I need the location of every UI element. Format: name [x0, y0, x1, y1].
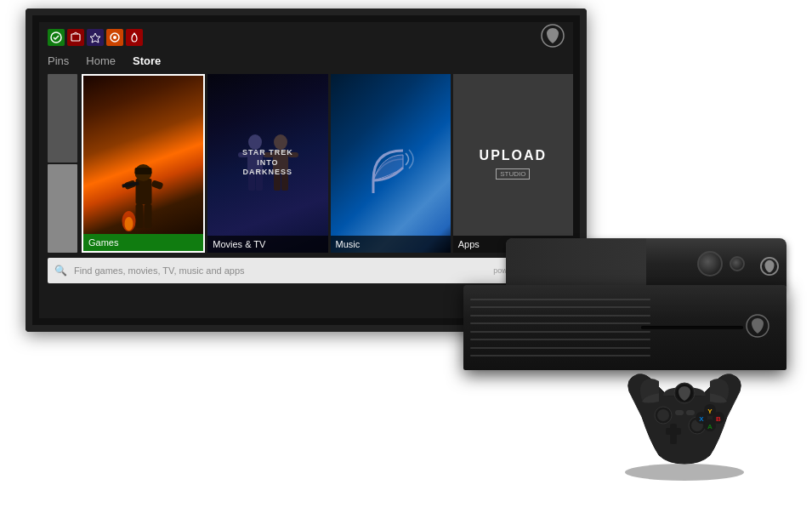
left-tile-top [48, 74, 77, 163]
kinect-sensor [506, 238, 786, 289]
controller: Y A X B [599, 349, 769, 502]
music-image [331, 74, 451, 253]
top-bar [39, 22, 573, 53]
disc-slot [641, 326, 743, 329]
games-image [83, 76, 203, 251]
xbox-logo-header [541, 24, 565, 51]
svg-rect-8 [134, 168, 151, 174]
pin-icon-purple[interactable] [87, 29, 104, 46]
svg-rect-37 [666, 428, 681, 435]
nav-bar: Pins Home Store [39, 53, 573, 74]
kinect-xbox-logo [760, 257, 774, 271]
console-xbox-logo [746, 314, 769, 341]
svg-rect-10 [150, 180, 163, 190]
svg-text:X: X [699, 415, 704, 423]
svg-text:B: B [716, 415, 721, 423]
pin-icon-orange[interactable] [106, 29, 123, 46]
svg-rect-12 [144, 204, 151, 228]
kinect-lens2 [730, 256, 745, 271]
nav-pins[interactable]: Pins [48, 54, 69, 67]
tile-games[interactable]: Games [82, 74, 205, 253]
upload-studio-sub: STUDIO [496, 168, 530, 180]
svg-point-35 [657, 409, 669, 421]
star-trek-title: STAR TREK [238, 148, 298, 158]
movies-label: Movies & TV [207, 236, 327, 253]
svg-point-31 [625, 464, 744, 481]
svg-rect-1 [71, 34, 80, 41]
svg-point-4 [113, 36, 116, 39]
nav-store[interactable]: Store [133, 54, 161, 67]
search-icon: 🔍 [54, 265, 67, 277]
movies-image: STAR TREK INTO DARKNESS [207, 74, 327, 253]
svg-text:Y: Y [707, 408, 713, 415]
svg-rect-11 [135, 204, 143, 228]
tiles-area: Games [39, 74, 573, 253]
pin-icon-green[interactable] [48, 29, 65, 46]
left-tile-bottom [48, 164, 77, 253]
svg-rect-49 [686, 410, 695, 415]
kinect-lens [697, 251, 723, 277]
svg-text:A: A [707, 423, 713, 431]
svg-point-22 [274, 134, 287, 150]
apps-image: UPLOAD STUDIO [453, 74, 573, 253]
pin-icons-group [48, 29, 143, 46]
upload-studio-title: UPLOAD [480, 147, 548, 165]
nav-home[interactable]: Home [86, 54, 116, 67]
svg-point-15 [124, 217, 133, 231]
tile-music[interactable]: Music [331, 74, 451, 253]
pin-icon-darkred[interactable] [126, 29, 143, 46]
tile-apps[interactable]: UPLOAD STUDIO Apps [453, 74, 573, 253]
tiles-grid: Games [82, 74, 573, 253]
star-trek-text: STAR TREK INTO DARKNESS [238, 148, 298, 178]
tile-movies[interactable]: STAR TREK INTO DARKNESS Movies & TV [207, 74, 327, 253]
games-label: Games [83, 234, 203, 251]
pin-icon-red[interactable] [67, 29, 84, 46]
left-panel [48, 74, 82, 253]
svg-marker-2 [90, 33, 100, 43]
svg-rect-48 [675, 410, 684, 415]
console-hardware: Y A X B [429, 230, 786, 502]
svg-point-16 [248, 134, 262, 150]
